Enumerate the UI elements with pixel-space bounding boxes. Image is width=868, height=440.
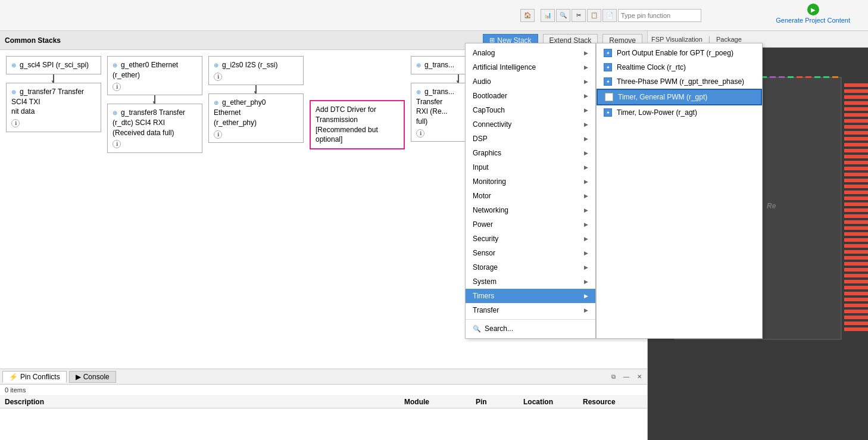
fsp-viz-tab[interactable]: FSP Visualization	[651, 36, 702, 43]
svg-rect-46	[844, 107, 868, 111]
menu-item-monitoring[interactable]: Monitoring ▶	[466, 174, 595, 189]
menu-motor-arrow: ▶	[584, 193, 588, 199]
stack-info-gt: ℹ	[416, 129, 424, 138]
stack-info-phy: ℹ	[214, 130, 222, 139]
submenu-item-agt[interactable]: ✦ Timer, Low-Power (r_agt)	[597, 105, 762, 120]
menu-timers-label: Timers	[473, 292, 494, 300]
generate-project-btn[interactable]: Generate Project Content	[776, 4, 850, 24]
svg-rect-45	[844, 101, 868, 105]
stacks-title: Common Stacks	[5, 36, 478, 45]
bottom-panel-icon1[interactable]: ⧉	[608, 372, 619, 382]
home-toolbar-btn[interactable]: 🏠	[520, 9, 535, 22]
menu-item-input[interactable]: Input ▶	[466, 160, 595, 174]
menu-item-graphics[interactable]: Graphics ▶	[466, 146, 595, 160]
submenu-icon-rtc: ✦	[604, 63, 612, 71]
menu-item-audio[interactable]: Audio ▶	[466, 74, 595, 89]
menu-security-arrow: ▶	[584, 236, 588, 242]
submenu-item-poeg[interactable]: ✦ Port Output Enable for GPT (r_poeg)	[597, 46, 762, 60]
svg-rect-80	[844, 310, 868, 313]
stack-card-add-dtc[interactable]: Add DTC Driver forTransmission[Recommend…	[310, 100, 405, 149]
menu-item-connectivity[interactable]: Connectivity ▶	[466, 117, 595, 132]
stack-card-ether-phy[interactable]: ⊕ g_ether_phy0Ethernet(r_ether_phy) ℹ	[208, 93, 304, 143]
svg-rect-63	[844, 208, 868, 212]
col-resource: Resource	[583, 398, 642, 406]
stack-column-2: ⊕ g_ether0 Ethernet(r_ether) ℹ ⊕ g_trans…	[107, 56, 202, 363]
stack-card-transfer7[interactable]: ⊕ g_transfer7 TransferSCI4 TXInit data ℹ	[6, 83, 101, 132]
submenu-item-gpt[interactable]: ✦ Timer, General PWM (r_gpt)	[597, 89, 762, 105]
stack-card-icon-1: ⊕	[11, 62, 16, 68]
menu-item-power[interactable]: Power ▶	[466, 217, 595, 232]
menu-audio-label: Audio	[473, 77, 491, 86]
menu-analog-label: Analog	[473, 49, 495, 57]
menu-item-bootloader[interactable]: Bootloader ▶	[466, 89, 595, 103]
menu-item-security[interactable]: Security ▶	[466, 232, 595, 246]
paste-toolbar-btn[interactable]: 📄	[602, 9, 617, 22]
stack-card-i2s0-label: g_i2s0 I2S (r_ssi)	[222, 61, 277, 69]
menu-timers-arrow: ▶	[584, 293, 588, 299]
menu-connectivity-arrow: ▶	[584, 121, 588, 127]
menu-item-captouch[interactable]: CapTouch ▶	[466, 103, 595, 117]
menu-power-arrow: ▶	[584, 221, 588, 227]
console-icon: ▶	[76, 373, 81, 381]
svg-rect-43	[844, 89, 868, 93]
copy-toolbar-btn[interactable]: 📋	[587, 9, 601, 22]
svg-rect-53	[844, 149, 868, 152]
svg-rect-72	[844, 262, 868, 266]
right-toolbar-buttons: 🏠 📊 🔍 ✂ 📋 📄	[541, 9, 701, 22]
stack-card-sci4-spi[interactable]: ⊕ g_sci4 SPI (r_sci_spi)	[6, 56, 101, 74]
submenu-poeg-label: Port Output Enable for GPT (r_poeg)	[617, 49, 733, 57]
chart-toolbar-btn[interactable]: 📊	[541, 9, 555, 22]
menu-item-storage[interactable]: Storage ▶	[466, 260, 595, 274]
menu-item-system[interactable]: System ▶	[466, 274, 595, 289]
svg-rect-82	[844, 322, 868, 325]
bottom-panel-close[interactable]: ✕	[634, 372, 645, 382]
package-tab[interactable]: Package	[716, 36, 742, 43]
menu-item-sensor[interactable]: Sensor ▶	[466, 246, 595, 260]
menu-item-networking[interactable]: Networking ▶	[466, 203, 595, 217]
menu-item-ai[interactable]: Artificial Intelligence ▶	[466, 60, 595, 74]
svg-rect-56	[844, 167, 868, 170]
svg-rect-81	[844, 316, 868, 319]
col-pin: Pin	[476, 398, 523, 406]
menu-item-timers[interactable]: Timers ▶	[466, 289, 595, 303]
svg-rect-57	[844, 173, 868, 176]
stack-card-ether0[interactable]: ⊕ g_ether0 Ethernet(r_ether) ℹ	[107, 56, 202, 95]
svg-rect-47	[844, 113, 868, 117]
menu-captouch-label: CapTouch	[473, 106, 505, 114]
menu-item-analog[interactable]: Analog ▶	[466, 46, 595, 60]
menu-item-search[interactable]: 🔍 Search...	[466, 322, 595, 336]
submenu-item-three-phase[interactable]: ✦ Three-Phase PWM (r_gpt_three_phase)	[597, 74, 762, 89]
tab-pin-conflicts[interactable]: ⚡ Pin Conflicts	[2, 371, 67, 383]
menu-item-motor[interactable]: Motor ▶	[466, 189, 595, 203]
svg-rect-98	[779, 76, 785, 78]
submenu-agt-label: Timer, Low-Power (r_agt)	[617, 108, 697, 117]
svg-rect-55	[844, 161, 868, 164]
menu-input-arrow: ▶	[584, 164, 588, 170]
menu-storage-label: Storage	[473, 263, 498, 272]
svg-rect-69	[844, 244, 868, 248]
menu-analog-arrow: ▶	[584, 50, 588, 56]
svg-rect-60	[844, 191, 868, 194]
stack-card-sci4-label: g_sci4 SPI (r_sci_spi)	[20, 61, 89, 69]
stack-card-transfer8[interactable]: ⊕ g_transfer8 Transfer(r_dtc) SCI4 RXI(R…	[107, 104, 202, 153]
menu-motor-label: Motor	[473, 192, 491, 200]
menu-monitoring-arrow: ▶	[584, 179, 588, 185]
zoom-toolbar-btn[interactable]: 🔍	[556, 9, 570, 22]
menu-sensor-arrow: ▶	[584, 250, 588, 256]
stack-card-icon-e0: ⊕	[113, 62, 117, 68]
menu-item-dsp[interactable]: DSP ▶	[466, 132, 595, 146]
menu-separator	[466, 319, 595, 320]
stack-connector-1	[53, 74, 54, 83]
scissors-toolbar-btn[interactable]: ✂	[572, 9, 586, 22]
svg-rect-71	[844, 256, 868, 260]
menu-ai-label: Artificial Intelligence	[473, 63, 536, 71]
pin-search-input[interactable]	[618, 9, 701, 22]
bottom-panel-icon2[interactable]: —	[621, 372, 632, 382]
svg-rect-65	[844, 220, 868, 224]
submenu-item-rtc[interactable]: ✦ Realtime Clock (r_rtc)	[597, 60, 762, 74]
stack-card-icon-t8: ⊕	[113, 110, 117, 116]
tab-console[interactable]: ▶ Console	[69, 371, 116, 383]
stack-card-i2s0[interactable]: ⊕ g_i2s0 I2S (r_ssi) ℹ	[208, 56, 304, 85]
menu-item-transfer[interactable]: Transfer ▶	[466, 303, 595, 317]
menu-security-label: Security	[473, 235, 498, 243]
